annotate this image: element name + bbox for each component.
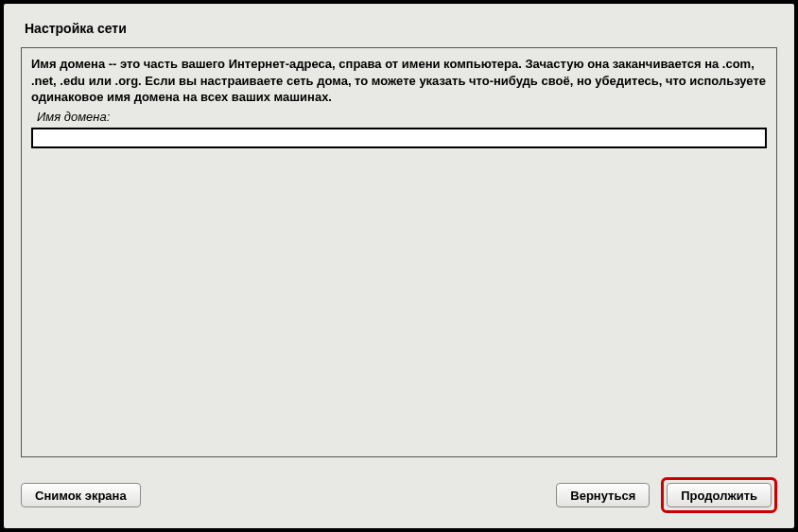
content-panel: Имя домена -- это часть вашего Интернет-… bbox=[21, 47, 777, 457]
button-row: Снимок экрана Вернуться Продолжить bbox=[21, 477, 777, 513]
right-button-group: Вернуться Продолжить bbox=[556, 477, 777, 513]
description-text: Имя домена -- это часть вашего Интернет-… bbox=[31, 56, 767, 106]
installer-window: Настройка сети Имя домена -- это часть в… bbox=[4, 4, 794, 528]
page-title: Настройка сети bbox=[4, 4, 794, 47]
screenshot-button[interactable]: Снимок экрана bbox=[21, 483, 141, 507]
continue-button[interactable]: Продолжить bbox=[667, 483, 772, 507]
input-wrap bbox=[31, 128, 767, 148]
domain-input[interactable] bbox=[31, 128, 767, 148]
domain-field-label: Имя домена: bbox=[31, 110, 767, 124]
continue-highlight: Продолжить bbox=[661, 477, 777, 513]
back-button[interactable]: Вернуться bbox=[556, 483, 650, 507]
